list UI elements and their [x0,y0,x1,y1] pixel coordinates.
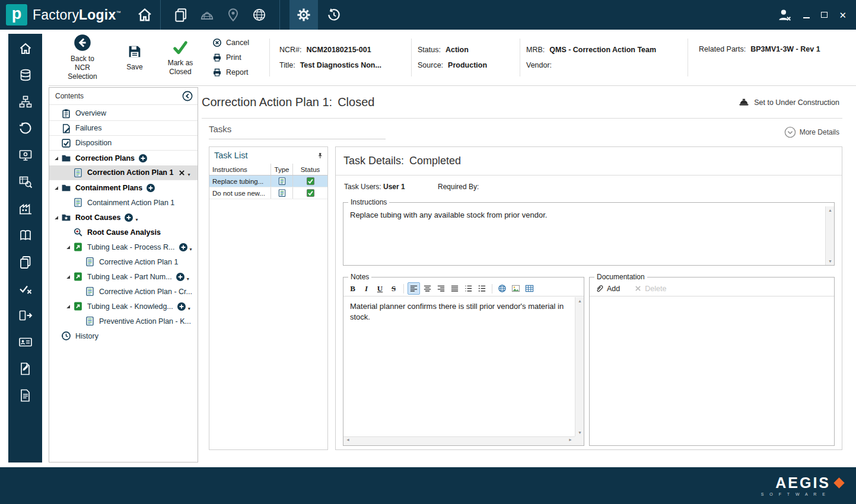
align-right-button[interactable] [435,282,447,295]
tree-item-corrective-action-plan-cr[interactable]: Corrective Action Plan - Cr... [49,284,198,299]
notes-text[interactable]: Material planner confirms there is still… [343,296,584,323]
delete-attachment-button[interactable]: Delete [634,285,666,293]
rail-item-org[interactable] [14,94,37,110]
footer-bar: AEGIS S O F T W A R E [0,467,856,504]
rail-item-home[interactable] [14,41,37,56]
tree-item-correction-plans[interactable]: Correction Plans [49,151,198,165]
notes-groupbox: Notes BIUS Material planner confirms the… [343,273,584,446]
tree-item-correction-action-plan-1[interactable]: Correction Action Plan 1▾ [49,165,198,180]
align-center-button[interactable] [421,282,434,295]
revision-history-icon[interactable] [326,7,342,23]
add-button[interactable] [124,213,133,222]
rail-item-edit-doc[interactable] [14,361,37,377]
rail-item-factory[interactable] [14,201,37,216]
product-logo[interactable]: p [6,4,27,25]
more-details-button[interactable]: More Details [784,126,839,138]
add-button[interactable] [177,302,186,311]
settings-tab-active[interactable] [289,0,318,30]
maximize-button[interactable] [821,12,828,18]
image-button[interactable] [510,282,522,295]
tree-item-corrective-action-plan-1[interactable]: Corrective Action Plan 1 [49,254,198,269]
task-row-replace-tubing[interactable]: Replace tubing... [209,176,327,187]
strikethrough-button[interactable]: S [387,282,400,295]
rail-item-data[interactable] [14,68,37,83]
rail-item-library[interactable] [14,228,37,243]
tree-item-preventive-action-plan-k[interactable]: Preventive Action Plan - K... [49,314,198,328]
underline-button[interactable]: U [374,282,386,295]
rail-item-badge[interactable] [14,334,37,350]
save-button[interactable]: Save [119,43,151,72]
tree-item-containment-plans[interactable]: Containment Plans [49,180,198,195]
tree-item-containment-action-plan-1[interactable]: Containment Action Plan 1 [49,195,198,210]
rail-item-notes-doc[interactable] [14,388,37,403]
dropdown-caret[interactable]: ▾ [187,172,190,180]
dropdown-caret[interactable]: ▾ [187,276,189,284]
table-button[interactable] [523,282,536,295]
add-attachment-button[interactable]: Add [595,284,620,293]
bold-button[interactable]: B [346,282,359,295]
web-globe-icon[interactable] [252,7,267,23]
rail-item-history[interactable] [14,121,37,136]
list-bullet-button[interactable] [476,282,488,295]
list-number-button[interactable] [462,282,475,295]
pin-icon[interactable] [316,152,324,160]
expander-caret[interactable] [53,215,60,221]
tree-item-history[interactable]: History [49,328,198,343]
doc-fail-icon [61,123,71,133]
documents-icon[interactable] [173,7,189,23]
task-row-do-not-use-new[interactable]: Do not use new... [209,187,327,199]
minimize-button[interactable] [803,17,810,18]
tree-item-overview[interactable]: Overview [49,106,198,121]
dropdown-caret[interactable]: ▾ [188,306,190,314]
tree-item-disposition[interactable]: Disposition [49,136,198,151]
instructions-scrollbar[interactable]: ▲▼ [825,206,834,265]
rail-item-verify[interactable] [14,281,37,296]
italic-button[interactable]: I [360,282,373,295]
align-justify-button[interactable] [448,282,461,295]
dropdown-caret[interactable]: ▾ [135,217,138,225]
rail-item-lookup[interactable] [14,174,37,190]
tree-item-tubing-leak-knowledg[interactable]: Tubing Leak - Knowledg...▾ [49,299,198,314]
column-header-status[interactable]: Status [293,164,327,175]
network-dome-icon[interactable] [199,7,215,23]
rail-item-documents[interactable] [14,254,37,270]
expander-caret[interactable] [65,304,72,310]
dropdown-caret[interactable]: ▾ [190,247,192,254]
mark-as-closed-button[interactable]: Mark asClosed [161,39,199,76]
expander-caret [53,140,60,146]
align-left-button[interactable] [408,282,420,295]
tree-item-tubing-leak-part-num[interactable]: Tubing Leak - Part Num...▾ [49,269,198,284]
link-globe-button[interactable] [496,282,508,295]
add-button[interactable] [138,154,148,163]
report-button[interactable]: Report [212,68,263,77]
add-button[interactable] [146,183,155,193]
notes-vscrollbar[interactable]: ▲▼ [575,297,584,436]
user-logout-icon[interactable] [777,7,792,23]
expander-caret[interactable] [53,185,60,191]
rail-item-transfer[interactable] [14,308,37,323]
table-icon [525,284,534,293]
collapse-contents-icon[interactable] [182,91,193,101]
tree-item-tubing-leak-process-r[interactable]: Tubing Leak - Process R...▾ [49,240,198,254]
column-header-type[interactable]: Type [271,164,293,175]
home-icon[interactable] [136,7,153,23]
expander-caret[interactable] [65,244,72,250]
close-button[interactable]: ✕ [839,11,847,20]
expander-caret[interactable] [53,155,60,161]
back-to-ncr-button[interactable]: Back toNCR Selection [59,34,106,81]
print-button[interactable]: Print [212,53,263,62]
expander-caret[interactable] [65,274,72,280]
data-stack-icon [18,68,33,82]
add-button[interactable] [179,243,188,252]
add-button[interactable] [176,272,185,282]
cancel-button[interactable]: Cancel [212,38,263,47]
tree-item-root-cause-analysis[interactable]: Root Cause Analysis [49,225,198,240]
tree-item-root-causes[interactable]: Root Causes▾ [49,210,198,225]
set-under-construction-button[interactable]: Set to Under Construction [738,97,839,109]
tree-item-failures[interactable]: Failures [49,121,198,136]
column-header-instructions[interactable]: Instructions [209,164,271,175]
remove-plan-button[interactable] [178,169,186,177]
notes-hscrollbar[interactable]: ◄► [343,436,575,445]
rail-item-workstation[interactable] [14,148,37,163]
location-pin-icon[interactable] [225,7,241,23]
